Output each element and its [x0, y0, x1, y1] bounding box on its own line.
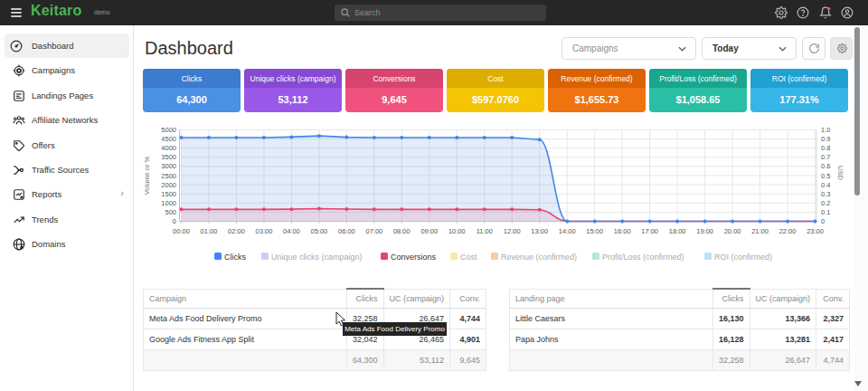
svg-text:500: 500	[165, 208, 176, 216]
svg-text:Revenue (confirmed): Revenue (confirmed)	[501, 253, 577, 262]
svg-text:02:00: 02:00	[228, 227, 245, 235]
svg-text:23:00: 23:00	[807, 227, 824, 235]
svg-text:Unique clicks (campaign): Unique clicks (campaign)	[271, 253, 363, 262]
svg-text:03:00: 03:00	[256, 227, 273, 235]
svg-text:0.7: 0.7	[821, 153, 830, 161]
svg-text:2000: 2000	[161, 181, 176, 189]
svg-text:1.0: 1.0	[821, 126, 830, 134]
svg-text:08:00: 08:00	[393, 227, 410, 235]
svg-text:0.5: 0.5	[821, 172, 830, 180]
svg-text:19:00: 19:00	[696, 227, 713, 235]
svg-text:Clicks: Clicks	[224, 253, 246, 262]
svg-text:06:00: 06:00	[338, 227, 355, 235]
svg-text:USD: USD	[836, 166, 844, 180]
svg-text:0.2: 0.2	[821, 199, 830, 207]
svg-text:11:00: 11:00	[476, 227, 493, 235]
svg-text:13:00: 13:00	[531, 227, 548, 235]
svg-text:0.3: 0.3	[821, 190, 830, 198]
svg-text:0.1: 0.1	[821, 208, 830, 216]
svg-text:07:00: 07:00	[365, 227, 382, 235]
svg-text:3500: 3500	[161, 153, 176, 161]
svg-text:10:00: 10:00	[448, 227, 466, 235]
svg-text:0.6: 0.6	[821, 162, 830, 170]
svg-text:00:00: 00:00	[173, 227, 190, 235]
svg-text:1500: 1500	[161, 190, 176, 198]
svg-text:Conversions: Conversions	[391, 253, 437, 262]
svg-text:ROI (confirmed): ROI (confirmed)	[714, 253, 772, 262]
svg-text:0.8: 0.8	[821, 144, 830, 152]
svg-text:01:00: 01:00	[201, 227, 218, 235]
svg-text:4000: 4000	[161, 144, 176, 152]
svg-text:05:00: 05:00	[311, 227, 328, 235]
svg-text:3000: 3000	[161, 162, 176, 170]
svg-text:2500: 2500	[161, 172, 176, 180]
svg-text:14:00: 14:00	[559, 227, 576, 235]
svg-text:5000: 5000	[161, 126, 176, 134]
svg-text:0: 0	[821, 217, 825, 225]
svg-text:17:00: 17:00	[641, 227, 658, 235]
svg-text:21:00: 21:00	[751, 227, 769, 235]
svg-text:09:00: 09:00	[420, 227, 438, 235]
svg-text:Volume or %: Volume or %	[143, 156, 151, 195]
svg-text:15:00: 15:00	[586, 227, 603, 235]
svg-text:20:00: 20:00	[724, 227, 741, 235]
svg-text:0.4: 0.4	[821, 181, 830, 189]
svg-text:18:00: 18:00	[669, 227, 686, 235]
svg-text:12:00: 12:00	[504, 227, 521, 235]
svg-text:1000: 1000	[161, 199, 176, 207]
svg-text:Cost: Cost	[460, 253, 477, 262]
svg-text:22:00: 22:00	[779, 227, 797, 235]
svg-text:Profit/Loss (confirmed): Profit/Loss (confirmed)	[602, 253, 684, 262]
svg-text:16:00: 16:00	[614, 227, 631, 235]
svg-text:0: 0	[173, 217, 176, 225]
svg-text:0.9: 0.9	[821, 135, 830, 143]
svg-text:04:00: 04:00	[283, 227, 300, 235]
svg-text:4500: 4500	[161, 135, 176, 143]
